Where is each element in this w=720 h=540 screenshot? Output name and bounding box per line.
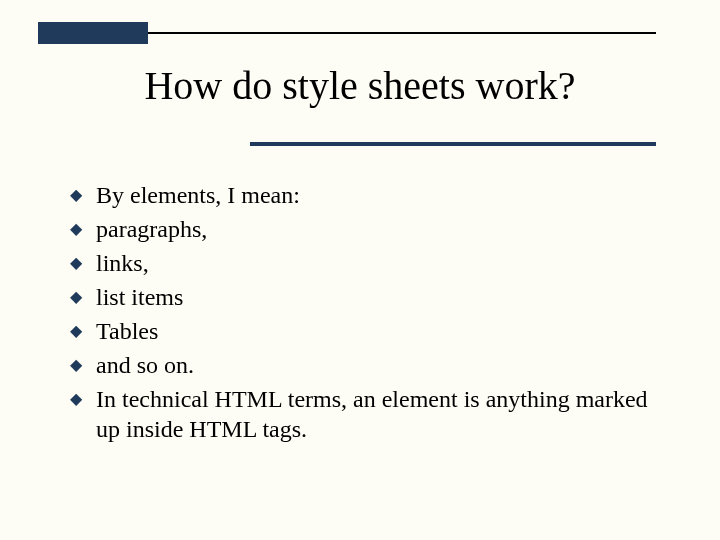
list-item-text: links, [96,248,149,278]
slide-title: How do style sheets work? [0,62,720,109]
list-item: ◆ By elements, I mean: [70,180,670,210]
list-item: ◆ paragraphs, [70,214,670,244]
list-item-text: and so on. [96,350,194,380]
list-item-text: In technical HTML terms, an element is a… [96,384,670,444]
top-divider [148,32,656,34]
list-item: ◆ links, [70,248,670,278]
list-item: ◆ list items [70,282,670,312]
bullet-icon: ◆ [70,316,96,346]
list-item-text: Tables [96,316,158,346]
bullet-icon: ◆ [70,248,96,278]
list-item-text: list items [96,282,183,312]
accent-bar [38,22,148,44]
bullet-icon: ◆ [70,384,96,414]
list-item: ◆ Tables [70,316,670,346]
bullet-icon: ◆ [70,180,96,210]
list-item-text: By elements, I mean: [96,180,300,210]
bullet-icon: ◆ [70,350,96,380]
bullet-list: ◆ By elements, I mean: ◆ paragraphs, ◆ l… [70,180,670,448]
list-item-text: paragraphs, [96,214,207,244]
list-item: ◆ and so on. [70,350,670,380]
title-underline [250,142,656,146]
bullet-icon: ◆ [70,214,96,244]
bullet-icon: ◆ [70,282,96,312]
list-item: ◆ In technical HTML terms, an element is… [70,384,670,444]
